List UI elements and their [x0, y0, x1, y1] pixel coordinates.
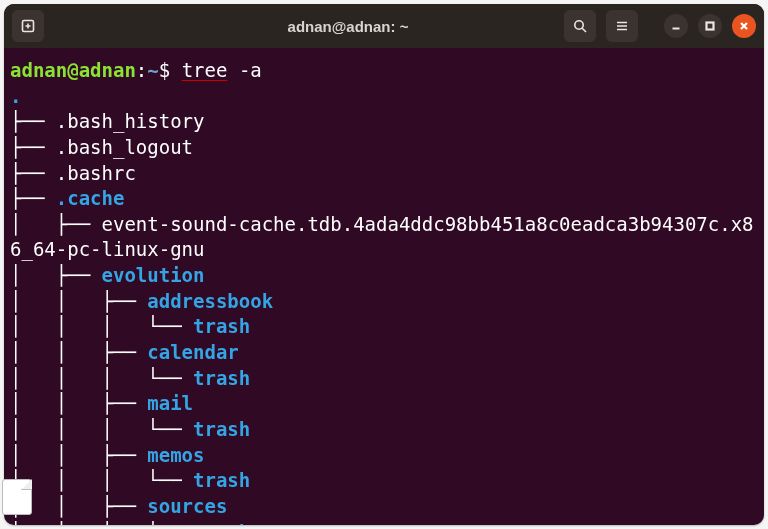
- tree-line: │ ├──: [10, 264, 102, 286]
- command-name: tree: [182, 59, 228, 81]
- window-title: adnan@adnan: ~: [132, 18, 564, 35]
- titlebar: adnan@adnan: ~: [4, 4, 764, 48]
- prompt-dollar: $: [159, 59, 170, 81]
- tree-line: │ │ │ └──: [10, 469, 193, 491]
- tree-line: │ │ │ └──: [10, 418, 193, 440]
- tree-dir: addressbook: [147, 290, 273, 312]
- prompt-userhost: adnan@adnan: [10, 59, 136, 81]
- tree-line: │ │ │ └──: [10, 315, 193, 337]
- command-arg: -a: [239, 59, 262, 81]
- tree-dir: memos: [147, 444, 204, 466]
- svg-point-1: [575, 21, 583, 29]
- close-button[interactable]: [732, 14, 756, 38]
- tree-line: ├── .bash_logout: [10, 136, 193, 158]
- tree-line: ├── .bashrc: [10, 162, 136, 184]
- tree-line: │ │ ├──: [10, 392, 147, 414]
- page-corner-icon: [2, 479, 32, 515]
- tree-line: │ │ │ └──: [10, 521, 193, 525]
- tree-dir: trash: [193, 418, 250, 440]
- tree-line: │ │ ├──: [10, 290, 147, 312]
- prompt-path: ~: [147, 59, 158, 81]
- tree-line: │ ├── event-sound-cache.tdb.4ada4ddc98bb…: [10, 213, 754, 235]
- terminal-window: adnan@adnan: ~ adnan@adnan:~$ tree -a . …: [4, 4, 764, 525]
- tree-line: │ │ ├──: [10, 341, 147, 363]
- tree-line: │ │ ├──: [10, 444, 147, 466]
- terminal-body[interactable]: adnan@adnan:~$ tree -a . ├── .bash_histo…: [4, 48, 764, 525]
- menu-button[interactable]: [606, 10, 638, 42]
- tree-dir: trash: [193, 315, 250, 337]
- tree-line: │ │ │ └──: [10, 367, 193, 389]
- tree-line-wrap: 6_64-pc-linux-gnu: [10, 238, 204, 260]
- minimize-button[interactable]: [664, 14, 688, 38]
- tree-line: ├── .bash_history: [10, 110, 204, 132]
- tree-root-dot: .: [10, 85, 21, 107]
- tree-dir: .cache: [56, 187, 125, 209]
- tree-dir: sources: [147, 495, 227, 517]
- maximize-button[interactable]: [698, 14, 722, 38]
- svg-rect-2: [707, 23, 714, 30]
- tree-dir: mail: [147, 392, 193, 414]
- prompt-colon: :: [136, 59, 147, 81]
- tree-dir: trash: [193, 469, 250, 491]
- tree-dir: trash: [193, 367, 250, 389]
- tree-dir: calendar: [147, 341, 239, 363]
- titlebar-right: [564, 10, 756, 42]
- titlebar-left: [12, 10, 132, 42]
- tree-line: ├──: [10, 187, 56, 209]
- search-button[interactable]: [564, 10, 596, 42]
- tree-dir: evolution: [102, 264, 205, 286]
- new-tab-button[interactable]: [12, 10, 44, 42]
- tree-dir: trash: [193, 521, 250, 525]
